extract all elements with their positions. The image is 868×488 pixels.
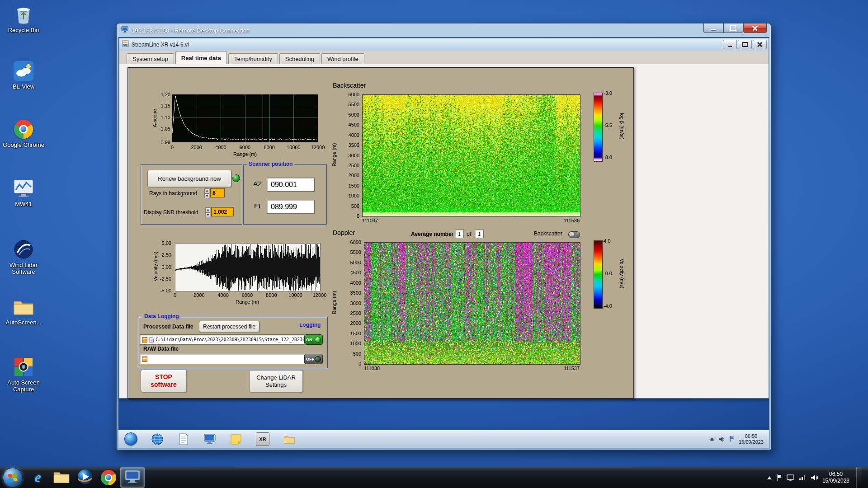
colorbar-tick: -3.0 <box>604 90 612 96</box>
hidden-icons-arrow[interactable] <box>710 437 714 441</box>
desktop-icon-recycle-bin[interactable]: Recycle Bin <box>1 4 46 33</box>
el-value-field[interactable]: 089.999 <box>267 200 315 214</box>
volume-icon[interactable] <box>718 436 725 442</box>
action-center-flag-icon[interactable] <box>776 474 782 481</box>
colorbar-tick: -5.5 <box>604 122 612 128</box>
stop-software-button[interactable]: STOP software <box>141 370 187 392</box>
start-button[interactable] <box>3 468 23 488</box>
network-icon[interactable] <box>799 474 806 481</box>
taskbar-internet-explorer[interactable]: e <box>26 468 50 488</box>
rays-spinner[interactable] <box>204 188 209 198</box>
taskbar-file-explorer[interactable] <box>50 468 73 488</box>
doppler-y-tick: 2500 <box>341 310 361 316</box>
snr-value-field[interactable]: 1.002 <box>211 207 234 216</box>
desktop-icon-label: Google Chrome <box>3 141 44 148</box>
backscatter-y-axis-label: Range (m) <box>331 137 337 173</box>
rdp-window-icon <box>121 26 128 34</box>
raw-path-field[interactable] <box>140 354 305 364</box>
desktop-icon-autoscreen[interactable]: AutoScreen... <box>1 296 46 326</box>
change-lidar-settings-button[interactable]: Change LiDAR Settings <box>249 370 303 392</box>
velocity-x-tick: 6000 <box>237 292 257 298</box>
taskbar-chrome[interactable] <box>97 468 120 488</box>
app-close-button[interactable] <box>753 40 767 49</box>
backscatter-y-tick: 500 <box>339 203 359 209</box>
app-maximize-button[interactable] <box>738 40 752 49</box>
folder-icon[interactable] <box>283 433 296 446</box>
app-window-title: StreamLine XR v14-6.vi <box>132 42 189 48</box>
velocity-x-tick: 10000 <box>286 292 306 298</box>
data-logging-title: Data Logging <box>142 314 181 319</box>
remote-start-orb[interactable] <box>124 432 137 446</box>
globe-icon[interactable] <box>151 433 164 446</box>
flag-icon[interactable] <box>729 436 735 442</box>
backscatter-x-start: 111037 <box>362 218 378 223</box>
rdp-window-title: 192.168.0.150 - Remote Desktop Connectio… <box>132 27 250 34</box>
processed-logging-toggle[interactable]: ON <box>304 334 323 345</box>
backscatter-display-toggle[interactable] <box>568 231 580 238</box>
backscatter-y-tick: 3500 <box>339 142 359 148</box>
volume-icon[interactable] <box>811 474 818 481</box>
tab-system-setup[interactable]: System setup <box>127 53 174 64</box>
doppler-y-tick: 6000 <box>341 239 361 245</box>
auto-screen-capture-icon <box>13 356 34 378</box>
velocity-plot[interactable] <box>175 243 321 291</box>
average-number-field[interactable]: 1 <box>455 230 464 238</box>
rdp-close-button[interactable] <box>743 23 767 33</box>
notepad-icon[interactable] <box>177 433 190 446</box>
app-titlebar[interactable]: StreamLine XR v14-6.vi <box>119 38 769 51</box>
remote-clock[interactable]: 06:50 15/09/2023 <box>739 433 764 445</box>
rays-value-field[interactable]: 8 <box>210 188 225 197</box>
streamline-xr-icon[interactable]: XR <box>256 432 269 446</box>
tab-temp-humidity[interactable]: Temp/humidity <box>228 53 278 64</box>
rdp-monitor-icon[interactable] <box>787 474 794 481</box>
desktop-icon-wind-lidar[interactable]: Wind Lidar Software <box>1 239 46 275</box>
backscatter-y-tick: 2500 <box>339 163 359 168</box>
rdp-minimize-button[interactable] <box>703 23 723 33</box>
raw-logging-toggle[interactable]: OFF <box>304 354 323 364</box>
tab-strip: System setup Real time data Temp/humidit… <box>119 51 769 65</box>
renew-background-button[interactable]: Renew background now <box>147 170 231 187</box>
backscatter-heatmap[interactable] <box>362 94 580 217</box>
desktop-icon-mw41[interactable]: MW41 <box>1 178 46 207</box>
mw41-icon <box>13 178 34 199</box>
sticky-notes-icon[interactable] <box>230 433 242 446</box>
rdp-maximize-button[interactable] <box>723 23 743 33</box>
taskbar-media-player[interactable] <box>73 468 97 488</box>
app-minimize-button[interactable] <box>723 40 737 49</box>
ascope-plot[interactable] <box>172 94 318 142</box>
hidden-icons-arrow[interactable] <box>767 476 772 479</box>
scanner-position-frame <box>243 164 327 225</box>
desktop-icon-auto-screen-capture[interactable]: Auto Screen Capture <box>1 356 46 393</box>
desktop-icon-bl-view[interactable]: BL-View <box>1 60 46 90</box>
average-number-label: Average number <box>411 231 453 237</box>
colorbar-tick: -8.0 <box>604 155 612 160</box>
remote-desktop-icon <box>124 469 141 486</box>
tab-scheduling[interactable]: Scheduling <box>279 53 320 64</box>
backscatter-colorbar-label: log β (/m/sr) <box>619 99 625 154</box>
doppler-y-tick: 4500 <box>341 270 361 275</box>
taskbar-clock[interactable]: 06:50 15/09/2023 <box>822 471 849 484</box>
ascope-y-tick: 1.05 <box>153 126 170 131</box>
average-of-field[interactable]: 1 <box>475 230 484 238</box>
display-icon[interactable] <box>203 433 216 446</box>
doppler-y-tick: 500 <box>341 351 361 357</box>
show-desktop-button[interactable] <box>856 467 862 488</box>
processed-path-field[interactable]: C:\Lidar\Data\Proc\2023\202309\20230915\… <box>140 334 305 345</box>
restart-processed-file-button[interactable]: Restart processed file <box>199 321 259 332</box>
doppler-heatmap[interactable] <box>364 242 580 365</box>
rdp-window: 192.168.0.150 - Remote Desktop Connectio… <box>116 23 771 450</box>
tab-real-time-data[interactable]: Real time data <box>175 51 227 64</box>
doppler-y-tick: 5000 <box>341 260 361 265</box>
ascope-x-tick: 2000 <box>187 145 207 150</box>
tab-wind-profile[interactable]: Wind profile <box>321 53 364 64</box>
processed-path-text: C:\Lidar\Data\Proc\2023\202309\20230915\… <box>156 337 305 342</box>
az-value-field[interactable]: 090.001 <box>267 178 315 192</box>
desktop-icon-google-chrome[interactable]: Google Chrome <box>1 118 46 148</box>
remote-taskbar: XR 06:50 15/09/2023 <box>118 430 769 448</box>
snr-spinner[interactable] <box>205 207 210 217</box>
xr-icon-label: XR <box>259 436 266 442</box>
ascope-x-tick: 0 <box>162 145 182 150</box>
chrome-icon <box>101 470 116 485</box>
rdp-titlebar[interactable]: 192.168.0.150 - Remote Desktop Connectio… <box>117 23 771 37</box>
taskbar-remote-desktop[interactable] <box>120 467 145 488</box>
